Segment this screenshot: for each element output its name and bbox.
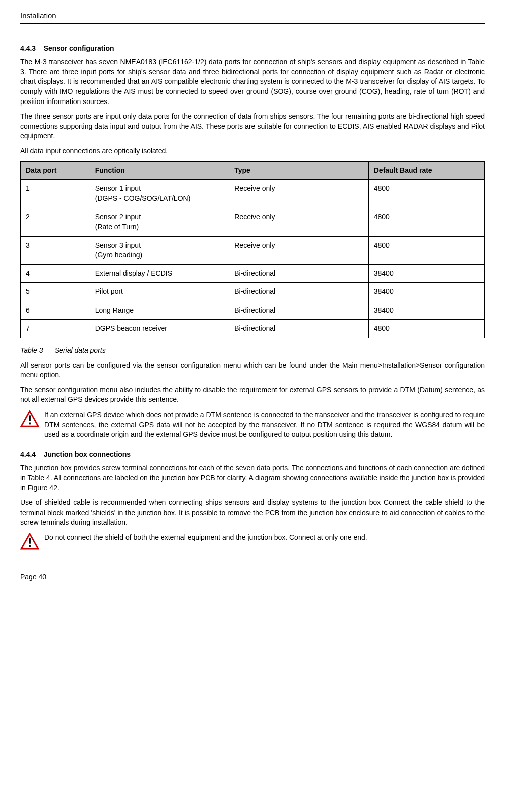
paragraph: The junction box provides screw terminal… bbox=[20, 463, 485, 493]
paragraph: The M-3 transceiver has seven NMEA0183 (… bbox=[20, 57, 485, 107]
section-heading-junction-box: 4.4.4 Junction box connections bbox=[20, 450, 485, 460]
paragraph: The sensor configuration menu also inclu… bbox=[20, 385, 485, 405]
table-row: 5Pilot portBi-directional38400 bbox=[21, 283, 485, 301]
table-cell: Receive only bbox=[229, 236, 369, 264]
section-heading-sensor-config: 4.4.3 Sensor configuration bbox=[20, 44, 485, 54]
svg-rect-1 bbox=[29, 415, 31, 421]
table-cell: Sensor 1 input(DGPS - COG/SOG/LAT/LON) bbox=[90, 180, 229, 208]
table-cell: 4800 bbox=[368, 236, 484, 264]
paragraph: All data input connections are optically… bbox=[20, 146, 485, 156]
section-number: 4.4.4 bbox=[20, 450, 36, 458]
table-cell: Bi-directional bbox=[229, 320, 369, 338]
svg-rect-2 bbox=[29, 423, 31, 425]
warning-text: If an external GPS device which does not… bbox=[44, 410, 485, 440]
table-cell: Receive only bbox=[229, 180, 369, 208]
table-cell: Sensor 3 input(Gyro heading) bbox=[90, 236, 229, 264]
table-cell: 5 bbox=[21, 283, 90, 301]
table-cell: Pilot port bbox=[90, 283, 229, 301]
section-title: Junction box connections bbox=[44, 450, 131, 458]
table-cell: Sensor 2 input(Rate of Turn) bbox=[90, 208, 229, 236]
table-cell: 38400 bbox=[368, 283, 484, 301]
table-cell: 4800 bbox=[368, 208, 484, 236]
table-cell: Receive only bbox=[229, 208, 369, 236]
warning-triangle-icon bbox=[20, 410, 39, 427]
paragraph: Use of shielded cable is recommended whe… bbox=[20, 498, 485, 528]
table-cell: 7 bbox=[21, 320, 90, 338]
table-cell: Long Range bbox=[90, 301, 229, 320]
table-caption-label: Table 3 bbox=[20, 346, 43, 354]
table-cell: Bi-directional bbox=[229, 301, 369, 320]
paragraph: All sensor ports can be configured via t… bbox=[20, 361, 485, 380]
table-header: Data port bbox=[21, 161, 90, 180]
table-row: 7DGPS beacon receiverBi-directional4800 bbox=[21, 320, 485, 338]
header-title: Installation bbox=[20, 11, 56, 20]
table-cell: 4800 bbox=[368, 320, 484, 338]
table-cell: 4 bbox=[21, 264, 90, 283]
table-row: 1Sensor 1 input(DGPS - COG/SOG/LAT/LON)R… bbox=[21, 180, 485, 208]
section-number: 4.4.3 bbox=[20, 44, 36, 52]
table-row: 4External display / ECDISBi-directional3… bbox=[21, 264, 485, 283]
table-cell: 3 bbox=[21, 236, 90, 264]
warning-triangle-icon bbox=[20, 533, 39, 550]
table-cell: 2 bbox=[21, 208, 90, 236]
table-caption-text: Serial data ports bbox=[55, 346, 106, 354]
paragraph: The three sensor ports are input only da… bbox=[20, 112, 485, 141]
svg-rect-4 bbox=[29, 538, 31, 543]
table-row: 2Sensor 2 input(Rate of Turn)Receive onl… bbox=[21, 208, 485, 236]
table-row: 6Long RangeBi-directional38400 bbox=[21, 301, 485, 320]
page-header: Installation bbox=[20, 10, 485, 24]
warning-block: If an external GPS device which does not… bbox=[20, 410, 485, 440]
warning-text: Do not connect the shield of both the ex… bbox=[44, 533, 367, 543]
serial-data-ports-table: Data port Function Type Default Baud rat… bbox=[20, 161, 485, 339]
table-cell: 38400 bbox=[368, 264, 484, 283]
table-cell: 4800 bbox=[368, 180, 484, 208]
table-cell: 1 bbox=[21, 180, 90, 208]
table-cell: DGPS beacon receiver bbox=[90, 320, 229, 338]
table-header: Function bbox=[90, 161, 229, 180]
table-cell: Bi-directional bbox=[229, 283, 369, 301]
table-cell: Bi-directional bbox=[229, 264, 369, 283]
table-header: Type bbox=[229, 161, 369, 180]
section-title: Sensor configuration bbox=[44, 44, 114, 52]
warning-block: Do not connect the shield of both the ex… bbox=[20, 533, 485, 550]
table-cell: External display / ECDIS bbox=[90, 264, 229, 283]
table-cell: 38400 bbox=[368, 301, 484, 320]
page-footer: Page 40 bbox=[20, 570, 485, 582]
table-row: 3Sensor 3 input(Gyro heading)Receive onl… bbox=[21, 236, 485, 264]
table-header: Default Baud rate bbox=[368, 161, 484, 180]
table-cell: 6 bbox=[21, 301, 90, 320]
svg-rect-5 bbox=[29, 545, 31, 547]
table-caption: Table 3 Serial data ports bbox=[20, 346, 485, 356]
page-number: Page 40 bbox=[20, 573, 46, 581]
